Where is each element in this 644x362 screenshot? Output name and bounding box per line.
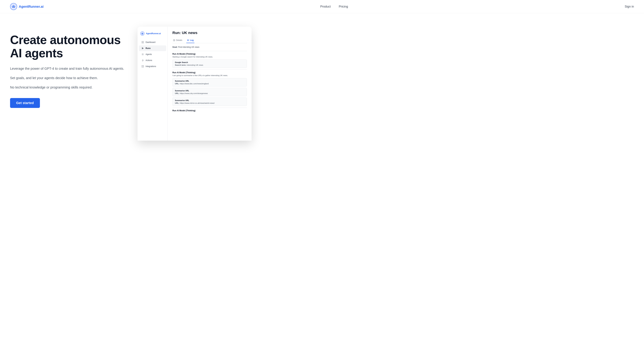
sidebar-item-runs[interactable]: Runs [139,45,166,51]
sidebar-actions-label: Actions [146,59,152,61]
get-started-button[interactable]: Get started [10,98,40,108]
svg-rect-21 [142,67,142,67]
sidebar-integrations-label: Integrations [146,65,156,67]
sidebar-item-integrations[interactable]: Integrations [139,63,166,69]
list-icon [187,39,189,41]
svg-rect-20 [143,65,144,66]
summarise-url-3-title: Summarise URL [175,99,244,101]
hero-sub1: Leverage the power of GPT-4 to create an… [10,66,128,71]
log-block-3-title: Run AI Model (Thinking) [172,109,247,112]
svg-rect-19 [142,65,142,66]
svg-point-2 [12,6,13,7]
svg-point-3 [14,6,14,7]
app-content-panel: Run: UK news Details Log [168,27,252,141]
log-block-2: Run AI Model (Thinking) I am going to su… [172,71,247,76]
summarise-url-3-detail: URL: https://www.mirror.co.uk/news/weird… [175,102,244,104]
hero-sub3: No technical knowledge or programming sk… [10,85,128,90]
svg-rect-4 [13,7,14,7]
summarise-url-2-detail: URL: https://news.sky.com/strangenews [175,92,244,94]
tab-log-label: Log [190,39,194,41]
hero-section: Create autonomous AI agents Leverage the… [10,27,128,108]
gear-icon [142,53,144,55]
sidebar-item-agents[interactable]: Agents [139,51,166,57]
svg-rect-16 [143,42,144,43]
svg-rect-5 [14,5,14,6]
summarise-url-3: Summarise URL URL: https://www.mirror.co… [172,97,247,106]
svg-point-18 [142,54,143,55]
summarise-url-2: Summarise URL URL: https://news.sky.com/… [172,88,247,96]
app-logo-text: AgentRunner.ai [146,32,161,35]
app-logo: AgentRunner.ai [138,30,168,39]
logo-text: AgentRunner.ai [19,5,44,8]
svg-rect-22 [143,67,144,67]
goal-line: Goal: Find intersting UK news [172,46,247,48]
content-tabs: Details Log [172,38,247,43]
svg-rect-29 [187,40,189,40]
sidebar-nav: Dashboard Runs Agents [138,39,168,69]
nav-pricing[interactable]: Pricing [339,5,348,8]
svg-rect-15 [142,42,142,43]
app-sidebar: AgentRunner.ai Dashboard [138,27,168,141]
log-block-1-desc: Starting a Google search for interesting… [172,56,247,58]
summarise-url-1-title: Summarise URL [175,80,244,82]
sidebar-item-actions[interactable]: Actions [139,57,166,63]
divider-2 [172,69,247,70]
google-search-title: Google Search [175,61,244,63]
svg-rect-28 [187,39,189,40]
tab-details-label: Details [176,39,182,41]
goal-label: Goal: [172,46,178,48]
svg-rect-6 [12,6,12,6]
nav-product[interactable]: Product [320,5,331,8]
svg-rect-14 [143,41,144,42]
log-block-2-desc: I am going to summarise a few URLs to ga… [172,74,247,76]
svg-rect-9 [142,33,143,34]
tab-details[interactable]: Details [172,38,183,43]
sign-in-button[interactable]: Sign in [625,5,634,8]
clock-icon [173,39,175,41]
sidebar-dashboard-label: Dashboard [146,41,156,43]
svg-rect-1 [12,6,15,8]
log-block-3: Run AI Model (Thinking) [172,109,247,112]
svg-marker-17 [142,47,144,49]
google-search-term: Search term: interesting UK news [175,64,244,66]
svg-rect-13 [142,41,142,42]
summarise-url-1: Summarise URL URL: https://www.bbc.com/n… [172,78,247,86]
goal-value: Find intersting UK news [178,46,200,48]
lightning-icon [142,59,144,61]
grid-icon [142,41,144,43]
header: AgentRunner.ai Product Pricing Sign in [0,0,644,13]
sidebar-item-dashboard[interactable]: Dashboard [139,39,166,45]
logo[interactable]: AgentRunner.ai [10,3,44,10]
hero-headline: Create autonomous AI agents [10,33,128,60]
run-title: Run: UK news [172,31,247,35]
divider-1 [172,51,247,51]
svg-point-10 [142,33,142,34]
log-block-1: Run AI Model (Thinking) Starting a Googl… [172,53,247,58]
sidebar-runs-label: Runs [146,47,150,49]
log-block-1-title: Run AI Model (Thinking) [172,53,247,55]
main-nav: Product Pricing [320,5,348,8]
summarise-url-2-title: Summarise URL [175,90,244,92]
log-sub-block-google: Google Search Search term: interesting U… [172,59,247,68]
app-logo-icon [140,31,144,36]
summarise-url-1-detail: URL: https://www.bbc.com/news/england [175,83,244,85]
svg-point-11 [142,33,143,34]
tab-log[interactable]: Log [186,38,194,43]
logo-icon [10,3,17,10]
main-content: Create autonomous AI agents Leverage the… [0,13,644,362]
hero-sub2: Set goals, and let your agents decide ho… [10,75,128,81]
blocks-icon [142,65,144,67]
app-mockup: AgentRunner.ai Dashboard [138,27,252,141]
sidebar-agents-label: Agents [146,53,152,55]
svg-rect-12 [142,32,142,33]
svg-rect-30 [187,41,189,41]
log-block-2-title: Run AI Model (Thinking) [172,71,247,74]
svg-rect-7 [15,6,16,6]
play-icon [142,47,144,49]
